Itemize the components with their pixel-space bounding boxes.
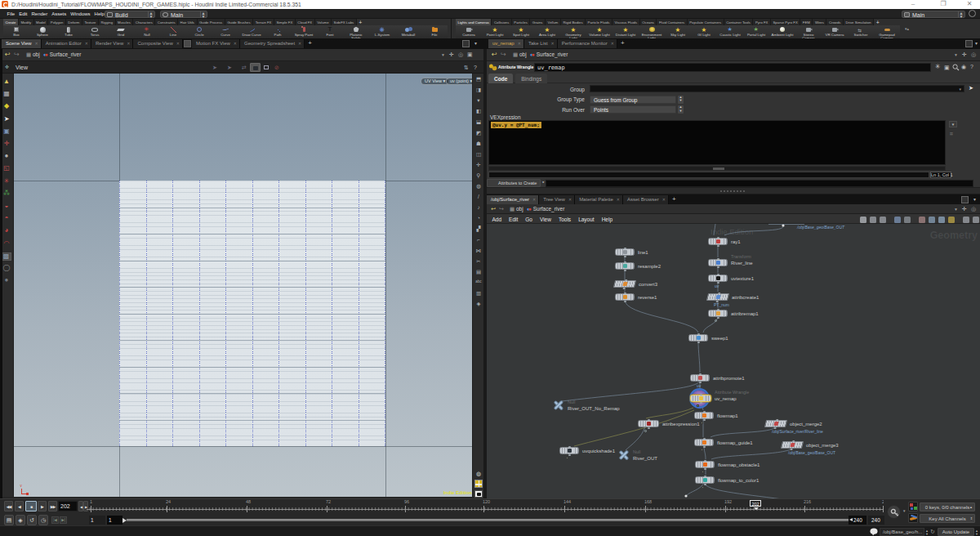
shelf-tool-gamepad-camera[interactable]: Gamepad Camera — [874, 25, 900, 38]
net-pin-icon[interactable]: ✛ — [962, 206, 967, 212]
display-option-icon-21[interactable]: ◈ — [473, 302, 484, 307]
close-tab-icon[interactable]: ✕ — [176, 39, 180, 48]
close-tab-icon[interactable]: ✕ — [662, 195, 666, 204]
net-link-icon[interactable]: ◎ — [971, 206, 976, 212]
shelf-tab-hair-utils[interactable]: Hair Utils — [178, 19, 197, 25]
shelf-tab-fluid-containers[interactable]: Fluid Containers — [657, 19, 687, 25]
path-dropdown-icon[interactable]: ▼ — [441, 53, 445, 57]
key-options-chevron-icon[interactable]: ▼ — [902, 510, 906, 514]
shelf-tab-texture[interactable]: Texture — [82, 19, 99, 25]
audio-icon[interactable]: ◈ — [16, 515, 25, 525]
display-option-icon-7[interactable]: ◫ — [473, 152, 484, 158]
shelf-tool-switcher[interactable]: ⇆Switcher — [848, 25, 874, 38]
jump-start-button[interactable]: ◀◀ — [4, 501, 13, 511]
display-option-icon-2[interactable]: ▾ — [473, 98, 484, 104]
shelf-tool-stereo-camera[interactable]: Stereo Camera — [795, 25, 822, 38]
node-flowmap_to_color1[interactable] — [695, 476, 715, 484]
net-path-dropdown-icon[interactable]: ▼ — [954, 208, 958, 212]
display-option-icon-8[interactable]: ✛ — [473, 163, 484, 168]
network-tab-asset-browser[interactable]: Asset Browser✕ — [623, 195, 669, 204]
close-tab-icon[interactable]: ✕ — [568, 195, 572, 204]
undo-icon[interactable]: ↺ — [27, 515, 37, 525]
node-River_OUT_No_Remap[interactable] — [552, 400, 564, 410]
vex-snippet-dropdown-icon[interactable]: ▼ — [949, 121, 957, 127]
shelf-tab-volume[interactable]: Volume — [315, 19, 332, 25]
shelf-tab-modify[interactable]: Modify — [19, 19, 34, 25]
network-menu-view[interactable]: View — [536, 214, 555, 222]
node-flowmap1[interactable] — [694, 412, 714, 419]
close-tab-icon[interactable]: ✕ — [617, 195, 620, 204]
display-option-icon-12[interactable]: ♪ — [473, 205, 484, 211]
node-resample2[interactable] — [615, 262, 635, 270]
shelf-overflow-icon[interactable]: ▾▴ — [905, 27, 909, 31]
shelf-tool-geometry-light[interactable]: ★Geometry Light — [560, 25, 586, 38]
network-canvas[interactable]: Geometry Indie Edition /obj/Base_geo/Bas… — [487, 224, 980, 498]
pane-tab-animation-editor[interactable]: Animation Editor✕ — [42, 39, 91, 48]
close-tab-icon[interactable]: ✕ — [532, 195, 536, 204]
param-pin-icon[interactable]: ✛ — [962, 51, 967, 57]
attributes-to-create-label[interactable]: Attributes to Create — [498, 181, 537, 185]
menu-file[interactable]: File — [5, 9, 17, 16]
display-option-icon-5[interactable]: ◩ — [473, 131, 484, 136]
shelf-tab-container-tools[interactable]: Container Tools — [724, 19, 754, 25]
shelf-tool-sky-light[interactable]: ★Sky Light — [665, 25, 691, 38]
shelf-tab-collisions[interactable]: Collisions — [492, 19, 511, 25]
pane-tab-take-list[interactable]: Take List✕ — [524, 39, 558, 48]
info-icon[interactable]: ◉ — [961, 64, 966, 69]
shelf-tool-grid[interactable]: Grid — [108, 25, 134, 38]
find-icon[interactable] — [963, 217, 969, 223]
shelf-tool-curve[interactable]: Curve — [212, 25, 238, 38]
message-bubble-icon[interactable] — [870, 528, 879, 536]
group-type-spinner[interactable]: ▲▼ — [678, 96, 684, 104]
prev-key-button[interactable]: |◀ — [51, 516, 59, 524]
shelf-tab-lights-and-cameras[interactable]: Lights and Cameras — [456, 19, 492, 25]
close-tab-icon[interactable]: ✕ — [298, 39, 301, 48]
motionfx-icon[interactable] — [908, 513, 918, 523]
node-flowmap_obstacle1[interactable] — [695, 461, 715, 468]
shelf-tab-add[interactable]: + — [357, 19, 364, 25]
shelf-tool-line[interactable]: Line — [160, 25, 186, 38]
shelf-tool-null[interactable]: ✳Null — [134, 25, 160, 38]
attribute-pill[interactable]: uv (point) ▾ — [446, 78, 472, 85]
display-option-icon-16[interactable]: ⋈ — [473, 248, 484, 254]
back-arrow-icon[interactable]: ↩ — [5, 51, 11, 58]
node-sweep1[interactable] — [688, 334, 708, 342]
pane-split-icon[interactable] — [961, 196, 969, 203]
select-components-icon[interactable]: ➤ — [227, 65, 232, 70]
snapshot-icon[interactable]: ▣ — [467, 51, 473, 57]
shelf-tool-volume-light[interactable]: ★Volume Light — [586, 25, 612, 38]
realtime-toggle-icon[interactable]: ◷ — [38, 515, 48, 525]
pane-split-icon[interactable] — [462, 40, 470, 47]
display-option-icon-17[interactable]: ✂ — [473, 259, 484, 265]
shelf-tool-l-system[interactable]: ❋L-System — [369, 25, 395, 38]
pane-menu-chevron-icon-right[interactable]: ▼ — [974, 42, 978, 46]
node-attribexpression1[interactable] — [638, 420, 659, 427]
shelf-tab-deform[interactable]: Deform — [66, 19, 82, 25]
group-field-dropdown-icon[interactable]: ▼ — [959, 88, 962, 92]
auto-update-dropdown[interactable]: Auto Update — [938, 528, 974, 536]
net-back-arrow-icon[interactable]: ↩ — [491, 206, 496, 212]
close-tab-icon[interactable]: ✕ — [234, 39, 237, 48]
tab-code[interactable]: Code — [488, 74, 513, 83]
shelf-tool-sphere[interactable]: Sphere — [29, 25, 56, 38]
axis-icon[interactable]: ⁂ — [1, 190, 12, 197]
shelf-tab-rigging[interactable]: Rigging — [99, 19, 116, 25]
node-line1[interactable] — [615, 248, 635, 256]
vex-hscrollbar[interactable] — [488, 166, 946, 171]
network-menu-add[interactable]: Add — [488, 214, 506, 222]
shelf-tab-wires[interactable]: Wires — [813, 19, 826, 25]
shelf-tab-grains[interactable]: Grains — [530, 19, 546, 25]
shelf-tool-spray-paint[interactable]: Spray Paint — [291, 25, 317, 38]
network-tab-material-palette[interactable]: Material Palette✕ — [575, 195, 623, 204]
prev-frame-button[interactable]: ◀ — [15, 501, 24, 511]
magnet-icon[interactable]: ◠ — [1, 240, 12, 247]
next-key-button[interactable]: ▶| — [60, 516, 67, 524]
link-icon[interactable]: ◎ — [458, 51, 463, 57]
shelf-tool-vr-camera[interactable]: VR Camera — [822, 25, 848, 38]
network-menu-tools[interactable]: Tools — [555, 214, 574, 222]
shelf-tool-ambient-light[interactable]: Ambient Light — [769, 25, 795, 38]
pane-tab-render-view[interactable]: Render View✕ — [91, 39, 133, 48]
network-menu-edit[interactable]: Edit — [506, 214, 522, 222]
shelf-tab-model[interactable]: Model — [34, 19, 49, 25]
node-reverse1[interactable] — [615, 293, 635, 301]
